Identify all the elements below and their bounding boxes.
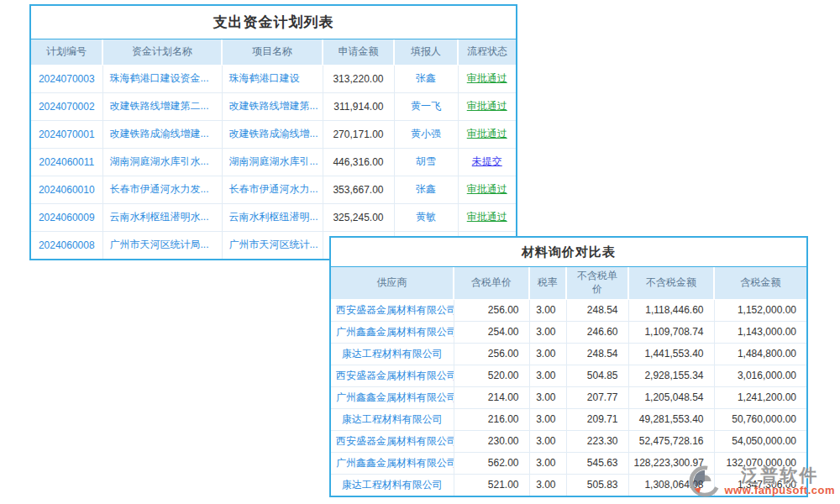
tax-excluded-unit-price-value: 207.77 [566, 386, 628, 408]
supplier-link[interactable]: 西安盛器金属材料有限公司 [331, 299, 454, 321]
flow-status-link[interactable]: 审批通过 [458, 120, 516, 148]
supplier-link[interactable]: 康达工程材料有限公司 [331, 408, 454, 430]
tax-excluded-unit-price-header: 不含税单价 [566, 267, 628, 299]
tax-excluded-unit-price-value: 248.54 [566, 299, 628, 321]
supplier-link[interactable]: 广州鑫鑫金属材料有限公司 [331, 452, 454, 474]
tax-included-amount-value: 50,760,000.00 [714, 408, 806, 430]
plan-id-link[interactable]: 2024070003 [31, 65, 102, 92]
supplier-link[interactable]: 康达工程材料有限公司 [331, 474, 454, 496]
quote-table-row: 西安盛器金属材料有限公司520.003.00504.852,928,155.34… [331, 365, 806, 386]
tax-excluded-unit-price-value: 248.54 [566, 343, 628, 365]
plan-table-row: 2024060009云南水利枢纽潜明水...云南水利枢纽潜明...325,245… [31, 203, 516, 231]
tax-rate-value: 3.00 [529, 408, 566, 430]
plan-table-row: 2024070003珠海鹤港口建设资金...珠海鹤港口建设313,220.00张… [31, 65, 516, 92]
fund-plan-name-link[interactable]: 改建铁路线增建第二... [102, 92, 222, 120]
apply-amount-value: 311,914.00 [323, 92, 394, 120]
tax-included-amount-header: 含税金额 [714, 267, 806, 299]
plan-id-link[interactable]: 2024060008 [31, 231, 102, 259]
tax-excluded-amount-value: 52,475,728.16 [628, 430, 714, 452]
project-name-link[interactable]: 广州市天河区统计... [222, 231, 323, 259]
plan-table: 计划编号资金计划名称项目名称申请金额填报人流程状态 2024070003珠海鹤港… [31, 39, 516, 259]
plan-table-title: 支出资金计划列表 [31, 6, 516, 39]
apply-amount-value: 270,171.00 [323, 120, 394, 148]
plan-id-link[interactable]: 2024060009 [31, 203, 102, 231]
plan-id-link[interactable]: 2024070001 [31, 120, 102, 148]
quote-table: 供应商含税单价税率不含税单价不含税金额含税金额 西安盛器金属材料有限公司256.… [331, 267, 806, 496]
supplier-link[interactable]: 康达工程材料有限公司 [331, 343, 454, 365]
tax-excluded-amount-value: 1,205,048.54 [628, 386, 714, 408]
tax-rate-value: 3.00 [529, 430, 566, 452]
project-name-link[interactable]: 长春市伊通河水力... [222, 176, 323, 203]
plan-table-row: 2024060011湖南洞庭湖水库引水...湖南洞庭湖水库引...446,316… [31, 148, 516, 176]
flow-status-link[interactable]: 未提交 [458, 148, 516, 176]
apply-amount-value: 446,316.00 [323, 148, 394, 176]
quote-table-title: 材料询价对比表 [331, 238, 806, 267]
flow-status-link[interactable]: 审批通过 [458, 176, 516, 203]
tax-excluded-unit-price-value: 209.71 [566, 408, 628, 430]
plan-table-header-row: 计划编号资金计划名称项目名称申请金额填报人流程状态 [31, 39, 516, 65]
plan-table-row: 2024070001改建铁路成渝线增建...改建铁路成渝线增...270,171… [31, 120, 516, 148]
tax-included-amount-value: 1,484,800.00 [714, 343, 806, 365]
project-name-link[interactable]: 珠海鹤港口建设 [222, 65, 323, 92]
tax-excluded-unit-price-value: 545.63 [566, 452, 628, 474]
supplier-link[interactable]: 西安盛器金属材料有限公司 [331, 430, 454, 452]
tax-included-unit-price-value: 256.00 [454, 299, 529, 321]
tax-excluded-amount-value: 49,281,553.40 [628, 408, 714, 430]
flow-status-header: 流程状态 [458, 39, 516, 65]
tax-included-unit-price-header: 含税单价 [454, 267, 529, 299]
tax-included-amount-value: 1,152,000.00 [714, 299, 806, 321]
fund-plan-name-link[interactable]: 长春市伊通河水力发... [102, 176, 222, 203]
project-name-link[interactable]: 改建铁路成渝线增... [222, 120, 323, 148]
fund-plan-name-link[interactable]: 湖南洞庭湖水库引水... [102, 148, 222, 176]
reporter-name[interactable]: 张鑫 [394, 176, 458, 203]
tax-excluded-amount-value: 2,928,155.34 [628, 365, 714, 386]
tax-included-unit-price-value: 254.00 [454, 321, 529, 343]
tax-rate-value: 3.00 [529, 321, 566, 343]
fund-plan-name-link[interactable]: 广州市天河区统计局... [102, 231, 222, 259]
quote-table-row: 康达工程材料有限公司216.003.00209.7149,281,553.405… [331, 408, 806, 430]
tax-excluded-amount-value: 1,109,708.74 [628, 321, 714, 343]
fund-plan-name-link[interactable]: 珠海鹤港口建设资金... [102, 65, 222, 92]
fund-plan-name-link[interactable]: 云南水利枢纽潜明水... [102, 203, 222, 231]
plan-id-header: 计划编号 [31, 39, 102, 65]
project-name-link[interactable]: 改建铁路线增建第... [222, 92, 323, 120]
tax-included-unit-price-value: 230.00 [454, 430, 529, 452]
supplier-header: 供应商 [331, 267, 454, 299]
supplier-link[interactable]: 西安盛器金属材料有限公司 [331, 365, 454, 386]
tax-rate-value: 3.00 [529, 386, 566, 408]
project-name-link[interactable]: 云南水利枢纽潜明... [222, 203, 323, 231]
fund-plan-name-link[interactable]: 改建铁路成渝线增建... [102, 120, 222, 148]
quote-table-header-row: 供应商含税单价税率不含税单价不含税金额含税金额 [331, 267, 806, 299]
tax-included-amount-value: 1,347,306.00 [714, 474, 806, 496]
tax-included-amount-value: 54,050,000.00 [714, 430, 806, 452]
supplier-link[interactable]: 广州鑫鑫金属材料有限公司 [331, 386, 454, 408]
reporter-name[interactable]: 黄敏 [394, 203, 458, 231]
tax-included-amount-value: 3,016,000.00 [714, 365, 806, 386]
tax-included-unit-price-value: 214.00 [454, 386, 529, 408]
plan-id-link[interactable]: 2024060010 [31, 176, 102, 203]
reporter-name[interactable]: 张鑫 [394, 65, 458, 92]
plan-id-link[interactable]: 2024070002 [31, 92, 102, 120]
tax-rate-header: 税率 [529, 267, 566, 299]
quote-table-row: 西安盛器金属材料有限公司230.003.00223.3052,475,728.1… [331, 430, 806, 452]
quote-table-row: 广州鑫鑫金属材料有限公司254.003.00246.601,109,708.74… [331, 321, 806, 343]
fund-plan-name-header: 资金计划名称 [102, 39, 222, 65]
reporter-name[interactable]: 黄小强 [394, 120, 458, 148]
tax-excluded-amount-value: 128,223,300.97 [628, 452, 714, 474]
tax-included-unit-price-value: 216.00 [454, 408, 529, 430]
apply-amount-value: 353,667.00 [323, 176, 394, 203]
reporter-name[interactable]: 胡雪 [394, 148, 458, 176]
plan-id-link[interactable]: 2024060011 [31, 148, 102, 176]
material-inquiry-comparison-table: 材料询价对比表 供应商含税单价税率不含税单价不含税金额含税金额 西安盛器金属材料… [329, 236, 808, 497]
tax-rate-value: 3.00 [529, 474, 566, 496]
flow-status-link[interactable]: 审批通过 [458, 65, 516, 92]
flow-status-link[interactable]: 审批通过 [458, 92, 516, 120]
flow-status-link[interactable]: 审批通过 [458, 203, 516, 231]
supplier-link[interactable]: 广州鑫鑫金属材料有限公司 [331, 321, 454, 343]
reporter-name[interactable]: 黄一飞 [394, 92, 458, 120]
tax-excluded-amount-value: 1,118,446.60 [628, 299, 714, 321]
tax-included-unit-price-value: 520.00 [454, 365, 529, 386]
tax-excluded-unit-price-value: 223.30 [566, 430, 628, 452]
project-name-link[interactable]: 湖南洞庭湖水库引... [222, 148, 323, 176]
tax-included-unit-price-value: 562.00 [454, 452, 529, 474]
